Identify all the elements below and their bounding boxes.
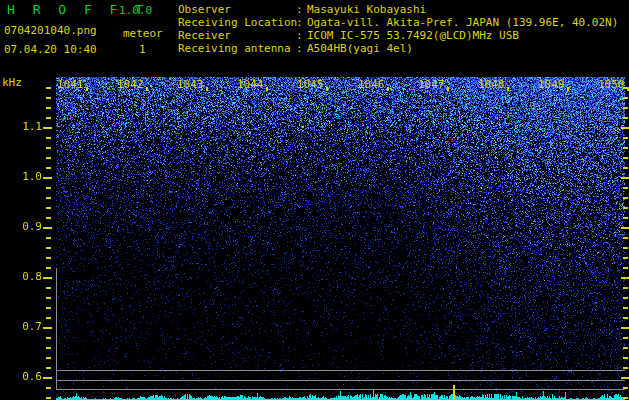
info-separator: :	[296, 3, 307, 16]
time-axis-label: 1049	[538, 79, 565, 91]
time-axis-label: 1046	[358, 79, 385, 91]
freq-tick-left	[46, 217, 51, 219]
freq-tick-right	[623, 167, 628, 169]
info-value: A504HB(yagi 4el)	[307, 42, 413, 55]
time-tick	[86, 87, 88, 91]
time-axis-label: 1043	[177, 79, 204, 91]
freq-tick-left	[46, 257, 51, 259]
freq-tick-left	[46, 387, 51, 389]
freq-tick-right	[621, 377, 629, 379]
freq-axis-label: 0.8	[10, 271, 42, 283]
freq-tick-right	[623, 297, 628, 299]
freq-tick-left	[46, 307, 51, 309]
observation-mode-label: meteor	[123, 27, 163, 40]
freq-tick-left	[43, 377, 52, 379]
echo-count: 1	[139, 43, 146, 56]
info-separator: :	[296, 42, 307, 55]
info-row-observer: Observer:Masayuki Kobayashi	[178, 3, 618, 16]
freq-tick-right	[623, 237, 628, 239]
freq-tick-left	[43, 127, 52, 129]
freq-tick-right	[621, 227, 629, 229]
freq-tick-left	[46, 317, 51, 319]
app-version: 1.0.0	[119, 4, 152, 17]
hrofft-output: H R O F F T 1.0.0 0704201040.png meteor …	[0, 0, 629, 400]
freq-tick-right	[623, 257, 628, 259]
freq-tick-left	[46, 167, 51, 169]
freq-tick-left	[46, 137, 51, 139]
freq-tick-left	[46, 267, 51, 269]
freq-tick-left	[43, 327, 52, 329]
freq-tick-left	[46, 87, 51, 89]
time-tick	[447, 87, 449, 91]
freq-tick-left	[46, 247, 51, 249]
freq-tick-right	[623, 267, 628, 269]
freq-tick-left	[46, 287, 51, 289]
info-label: Receiving Location	[178, 16, 296, 29]
signal-level-trace-canvas	[56, 386, 625, 400]
freq-tick-right	[623, 97, 628, 99]
spectrogram-canvas	[56, 77, 625, 400]
freq-unit-label: kHz	[2, 76, 22, 89]
info-value: Ogata-vill. Akita-Pref. JAPAN (139.96E, …	[307, 16, 618, 29]
time-tick	[507, 87, 509, 91]
freq-tick-right	[623, 147, 628, 149]
info-row-antenna: Receiving antenna:A504HB(yagi 4el)	[178, 42, 618, 55]
freq-tick-left	[46, 357, 51, 359]
freq-tick-right	[621, 177, 629, 179]
freq-tick-left	[46, 147, 51, 149]
info-separator: :	[296, 16, 307, 29]
info-separator: :	[296, 29, 307, 42]
freq-tick-right	[623, 307, 628, 309]
scale-line	[56, 380, 625, 381]
time-axis-label: 1045	[297, 79, 324, 91]
plot-left-border	[56, 268, 57, 389]
observation-datetime: 07.04.20 10:40	[4, 43, 97, 56]
time-tick	[206, 87, 208, 91]
freq-tick-right	[623, 357, 628, 359]
freq-tick-right	[623, 347, 628, 349]
freq-tick-left	[46, 337, 51, 339]
station-info: Observer:Masayuki Kobayashi Receiving Lo…	[178, 3, 618, 55]
freq-tick-left	[46, 397, 51, 399]
info-value: ICOM IC-575 53.7492(@LCD)MHz USB	[307, 29, 519, 42]
freq-tick-right	[621, 127, 629, 129]
freq-tick-right	[623, 137, 628, 139]
freq-tick-left	[43, 227, 52, 229]
freq-tick-left	[46, 107, 51, 109]
freq-tick-right	[623, 107, 628, 109]
time-tick	[387, 87, 389, 91]
time-tick	[326, 87, 328, 91]
freq-tick-right	[623, 197, 628, 199]
freq-axis-label: 1.1	[10, 121, 42, 133]
freq-tick-left	[43, 177, 52, 179]
output-filename: 0704201040.png	[4, 24, 97, 37]
time-marker-line	[453, 385, 455, 400]
info-row-receiver: Receiver:ICOM IC-575 53.7492(@LCD)MHz US…	[178, 29, 618, 42]
freq-tick-right	[623, 287, 628, 289]
freq-axis-label: 1.0	[10, 171, 42, 183]
freq-tick-left	[43, 277, 52, 279]
freq-tick-left	[46, 117, 51, 119]
time-axis-label: 1047	[418, 79, 445, 91]
time-axis-label: 1044	[237, 79, 264, 91]
freq-tick-left	[46, 367, 51, 369]
freq-tick-left	[46, 187, 51, 189]
info-label: Receiver	[178, 29, 296, 42]
freq-tick-right	[623, 117, 628, 119]
freq-tick-left	[46, 347, 51, 349]
freq-axis-label: 0.9	[10, 221, 42, 233]
time-axis-label: 1041	[57, 79, 84, 91]
freq-axis-label: 0.7	[10, 321, 42, 333]
freq-tick-right	[621, 277, 629, 279]
freq-tick-right	[623, 207, 628, 209]
freq-tick-left	[46, 207, 51, 209]
time-tick	[146, 87, 148, 91]
scale-line	[56, 370, 625, 371]
freq-tick-left	[46, 297, 51, 299]
info-row-location: Receiving Location:Ogata-vill. Akita-Pre…	[178, 16, 618, 29]
time-axis-label: 1048	[478, 79, 505, 91]
freq-tick-right	[623, 187, 628, 189]
freq-tick-left	[46, 237, 51, 239]
freq-tick-left	[46, 97, 51, 99]
freq-tick-right	[623, 157, 628, 159]
